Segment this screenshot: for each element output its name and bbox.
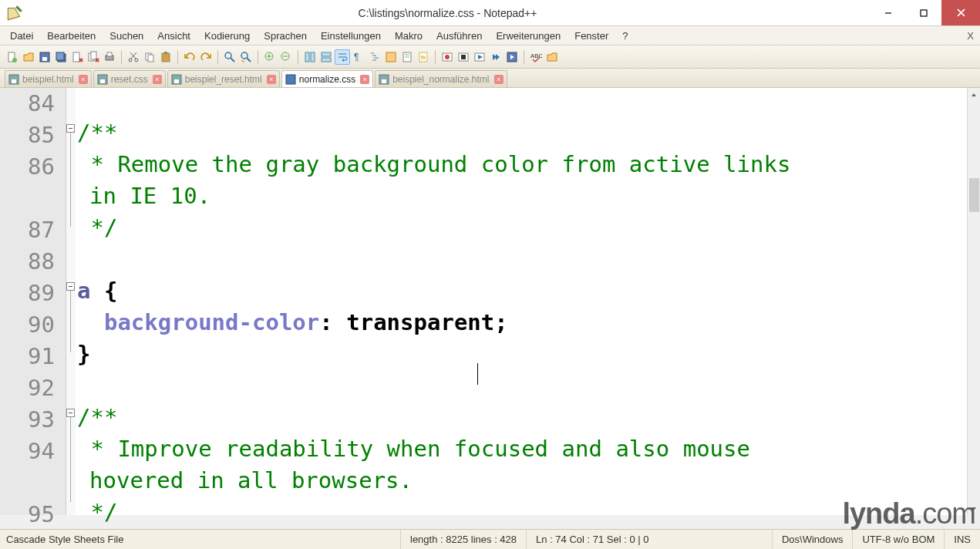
cut-icon[interactable] [126,49,141,65]
file-tab[interactable]: beispiel_reset.html× [167,70,280,87]
tab-close-icon[interactable]: × [79,75,88,84]
file-tab[interactable]: beispiel_normalize.html× [375,70,507,87]
zoom-in-icon[interactable] [262,49,278,65]
play-multi-icon[interactable] [488,49,503,65]
svg-rect-10 [73,52,79,62]
menu-kodierung[interactable]: Kodierung [197,28,257,44]
fold-collapse-icon[interactable] [66,282,75,291]
stop-macro-icon[interactable] [456,49,471,65]
tab-close-icon[interactable]: × [494,75,503,84]
code-text: * Improve readability when focused and a… [77,436,763,462]
spellcheck-icon[interactable]: ABC [528,49,544,65]
copy-icon[interactable] [142,49,157,65]
fold-collapse-icon[interactable] [66,409,75,417]
menu-bar: Datei Bearbeiten Suchen Ansicht Kodierun… [0,26,980,45]
tab-close-icon[interactable]: × [360,75,369,84]
zoom-out-icon[interactable] [278,49,294,65]
indent-guide-icon[interactable] [367,49,382,65]
line-number: 88 [0,246,55,278]
print-icon[interactable] [102,49,117,65]
line-number: 86 [0,151,55,183]
menu-ansicht[interactable]: Ansicht [150,28,197,44]
watermark: lynda.com [842,497,975,530]
line-number: 91 [0,341,55,372]
record-macro-icon[interactable] [439,49,455,65]
replace-icon[interactable] [238,49,254,65]
scrollbar-track[interactable] [968,101,980,502]
menu-fenster[interactable]: Fenster [567,28,615,44]
find-icon[interactable] [222,49,237,65]
menu-sprachen[interactable]: Sprachen [257,28,314,44]
svg-point-27 [225,52,231,59]
fold-collapse-icon[interactable] [66,124,75,133]
code-text: ; [494,309,507,335]
tab-label: normalize.css [299,74,355,85]
scrollbar-thumb[interactable] [969,178,979,212]
line-number-gutter: 84 85 86 87 88 89 90 91 92 93 94 95 [0,88,66,515]
close-button[interactable] [941,0,980,25]
lang-icon[interactable] [383,49,399,65]
toolbar-separator [524,50,524,64]
svg-rect-14 [91,52,96,59]
save-icon[interactable] [37,49,52,65]
code-text: * Remove the gray background color from … [77,151,804,177]
line-number: 92 [0,372,55,404]
minimize-button[interactable] [871,0,906,25]
show-all-chars-icon[interactable]: ¶ [351,49,366,65]
svg-rect-25 [162,53,170,62]
open-file-icon[interactable] [21,49,36,65]
close-all-icon[interactable] [86,49,101,65]
paste-icon[interactable] [158,49,173,65]
play-macro-icon[interactable] [472,49,487,65]
code-area[interactable]: /** * Remove the gray background color f… [76,88,980,515]
menu-erweiterungen[interactable]: Erweiterungen [489,28,567,44]
code-text: /** [77,404,117,430]
svg-rect-69 [382,79,386,83]
menu-bearbeiten[interactable]: Bearbeiten [40,28,103,44]
svg-point-5 [12,58,17,62]
menu-einstellungen[interactable]: Einstellungen [314,28,388,44]
maximize-button[interactable] [906,0,941,25]
func-list-icon[interactable]: fx [416,49,431,65]
file-tab[interactable]: reset.css× [93,70,166,87]
menu-help[interactable]: ? [615,28,635,44]
svg-point-20 [135,59,138,62]
fold-column [66,88,76,515]
file-tab[interactable]: beispiel.html× [5,70,92,87]
menu-makro[interactable]: Makro [388,28,429,44]
vertical-scrollbar[interactable] [967,88,980,515]
svg-rect-38 [322,52,331,56]
wordwrap-icon[interactable] [335,49,350,65]
scroll-up-icon[interactable] [968,88,980,101]
save-all-icon[interactable] [53,49,69,65]
svg-rect-47 [386,52,396,62]
tab-close-icon[interactable]: × [153,75,162,84]
undo-icon[interactable] [182,49,197,65]
file-tab-active[interactable]: normalize.css× [281,70,373,87]
svg-rect-63 [100,79,105,83]
tab-close-icon[interactable]: × [267,75,276,84]
menu-ausfuehren[interactable]: Ausführen [429,28,489,44]
new-file-icon[interactable] [5,49,20,65]
status-encoding: UTF-8 w/o BOM [853,530,945,549]
save-macro-icon[interactable] [504,49,520,65]
status-position: Ln : 74 Col : 71 Sel : 0 | 0 [527,530,773,549]
sync-h-icon[interactable] [318,49,334,65]
toolbar: ¶ fx ABC [0,45,980,69]
window-title: C:\listings\normalize.css - Notepad++ [25,7,871,19]
menu-suchen[interactable]: Suchen [103,28,150,44]
sync-v-icon[interactable] [302,49,318,65]
redo-icon[interactable] [198,49,214,65]
tab-label: beispiel_reset.html [185,74,262,85]
svg-line-28 [231,58,234,62]
menu-datei[interactable]: Datei [3,28,40,44]
svg-rect-67 [288,79,293,83]
close-file-icon[interactable] [69,49,85,65]
toolbar-btn[interactable] [544,49,560,65]
svg-text:fx: fx [421,54,426,61]
window-controls [871,0,980,25]
svg-rect-9 [56,52,64,60]
mdi-close-icon[interactable]: X [967,30,974,42]
doc-map-icon[interactable] [399,49,415,65]
svg-rect-56 [461,55,466,59]
